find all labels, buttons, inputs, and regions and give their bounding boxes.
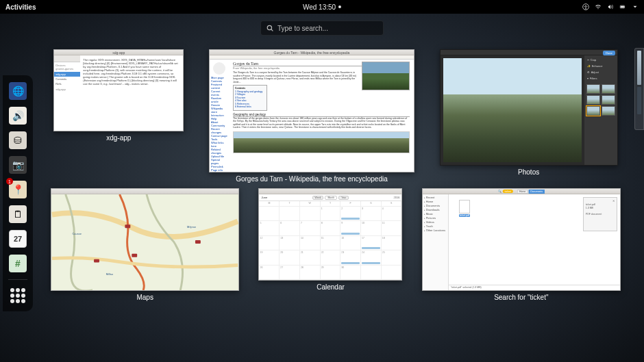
apps-grid-icon	[10, 288, 25, 303]
volume-icon	[607, 3, 614, 10]
window-maps[interactable]: CausseMéjeanMillau Maps	[51, 188, 239, 301]
window-thumb[interactable]: CausseMéjeanMillau	[51, 188, 239, 291]
dash-app-camera[interactable]: 📷	[8, 155, 28, 175]
battery-icon	[619, 3, 626, 10]
titlebar	[51, 189, 238, 194]
titlebar: xdg-app	[54, 50, 183, 55]
svg-rect-7	[125, 224, 131, 228]
titlebar: Gorges du Tarn - Wikipedia, the free enc…	[210, 50, 414, 55]
svg-rect-6	[52, 194, 238, 290]
top-bar: Activities Wed 13:50	[0, 0, 644, 14]
window-title: Photos	[518, 168, 539, 176]
dash-app-disks[interactable]: ⛁	[8, 130, 28, 151]
titlebar: Done	[441, 50, 617, 55]
svg-point-1	[585, 5, 586, 6]
workspace-thumb[interactable]	[637, 51, 641, 85]
dash-separator	[8, 279, 27, 280]
window-title: xdg-app	[106, 134, 131, 142]
svg-text:Causse: Causse	[73, 232, 82, 235]
file-item: ticket.pdf	[454, 200, 475, 217]
window-thumb[interactable]: June Week Month Year 2016 MTWTFSS1234567…	[258, 188, 402, 281]
window-title: Search for "ticket"	[494, 294, 548, 301]
tool-enhance: ✨ Enhance	[586, 64, 615, 68]
search-placeholder: Type to search...	[277, 25, 328, 32]
dash-app-web[interactable]: 🌐	[8, 81, 28, 101]
dash-app-music[interactable]: 🔊	[8, 105, 28, 126]
workspace-thumb[interactable]	[637, 87, 641, 114]
tool-crop: ✂ Crop	[586, 57, 615, 62]
photo-canvas	[443, 58, 582, 162]
chevron-down-icon	[632, 3, 639, 10]
svg-rect-9	[94, 259, 99, 263]
titlebar: 🔍 ticket HomeDocuments	[423, 189, 620, 194]
window-files-search[interactable]: 🔍 ticket HomeDocuments RecentHomeDocumen…	[422, 188, 621, 301]
clock[interactable]: Wed 13:50	[303, 3, 341, 11]
window-wikipedia[interactable]: Gorges du Tarn - Wikipedia, the free enc…	[209, 49, 414, 183]
window-xdg-app[interactable]: xdg-app Devicesgnome-games xdg-app Commi…	[53, 49, 184, 183]
badge-icon: 1	[6, 178, 13, 185]
window-thumb[interactable]: 🔍 ticket HomeDocuments RecentHomeDocumen…	[422, 188, 621, 291]
dash-app-calendar[interactable]: 27	[8, 229, 28, 249]
tool-adjust: ⚙ Adjust	[586, 70, 615, 75]
file-properties: ✕ ticket.pdf 1.3 MB PDF document	[583, 197, 617, 231]
svg-rect-10	[195, 240, 201, 244]
titlebar	[259, 189, 401, 194]
show-applications-button[interactable]	[8, 285, 28, 306]
dash-app-todo[interactable]: 🗒	[8, 204, 28, 224]
svg-rect-4	[625, 6, 626, 7]
window-thumb[interactable]: xdg-app Devicesgnome-games xdg-app Commi…	[53, 49, 184, 131]
svg-text:Millau: Millau	[106, 272, 113, 276]
window-overview: xdg-app Devicesgnome-games xdg-app Commi…	[41, 49, 630, 355]
window-title: Maps	[136, 294, 153, 301]
search-icon	[267, 25, 273, 31]
svg-rect-8	[132, 254, 137, 257]
window-title: Gorges du Tarn - Wikipedia, the free enc…	[236, 175, 388, 183]
window-thumb[interactable]: Gorges du Tarn - Wikipedia, the free enc…	[209, 49, 414, 172]
wifi-icon	[595, 3, 602, 10]
notification-dot-icon	[338, 5, 341, 8]
svg-rect-3	[621, 6, 624, 8]
window-photos[interactable]: Done ✂ Crop ✨ Enhance ⚙ Adjust ▾ Filters	[440, 49, 618, 183]
svg-point-5	[267, 25, 271, 29]
accessibility-icon	[582, 3, 589, 10]
tool-filters: ▾ Filters	[586, 76, 615, 81]
overview-search[interactable]: Type to search...	[260, 21, 384, 36]
dash-app-polari[interactable]: #	[8, 253, 28, 274]
dash: 🌐 🔊 ⛁ 📷 1📍 🗒 27 #	[3, 75, 33, 311]
activities-button[interactable]: Activities	[5, 3, 36, 11]
dash-app-maps[interactable]: 1📍	[8, 179, 28, 200]
window-calendar[interactable]: June Week Month Year 2016 MTWTFSS1234567…	[258, 188, 402, 301]
system-status-area[interactable]	[582, 3, 639, 10]
window-title: Calendar	[317, 283, 345, 291]
window-thumb[interactable]: Done ✂ Crop ✨ Enhance ⚙ Adjust ▾ Filters	[440, 49, 618, 166]
workspace-switcher[interactable]	[634, 48, 644, 130]
svg-text:Méjean: Méjean	[187, 225, 196, 229]
